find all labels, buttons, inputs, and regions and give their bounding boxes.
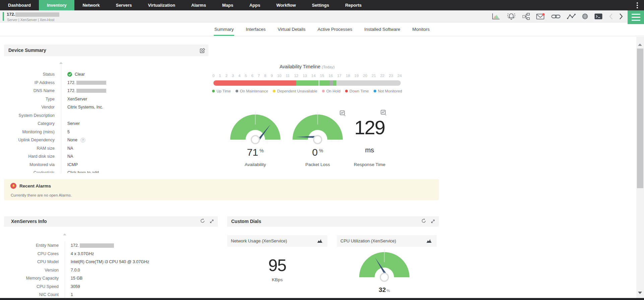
expand-icon[interactable] [210,219,214,225]
nav-item-servers[interactable]: Servers [108,0,140,10]
hour-label: 12 [294,74,299,78]
field-label: Monitoring (mins) [4,130,61,134]
refresh-icon[interactable] [200,218,205,225]
hour-label: 7 [258,74,260,78]
field-label: Type [4,97,61,101]
field-label: Uplink Dependency [4,138,61,142]
redacted-value [80,243,114,248]
chart-icon[interactable] [426,238,432,244]
tab-interfaces[interactable]: Interfaces [246,27,265,36]
link-icon[interactable] [551,14,561,19]
timeline-segment-down [213,80,296,86]
xenservers-info-panel: XenServers Info Entity Name172.CPU Cores… [4,216,218,298]
hour-label: 11 [286,74,290,78]
field-row: DNS Name172. [4,87,208,95]
dial-header: Network Usage (XenService) [227,235,327,247]
hour-label: 14 [311,74,316,78]
device-summary-title: Device Summary [4,45,208,56]
tab-installed-software[interactable]: Installed Software [364,27,400,36]
nav-item-maps[interactable]: Maps [214,0,241,10]
dial-header: CPU Utilization (XenService) [337,235,437,247]
availability-gauge [230,112,280,145]
tab-summary[interactable]: Summary [214,27,234,36]
hour-label: 6 [251,74,253,78]
field-label: Status [4,72,61,77]
field-value: ICMP [61,161,208,169]
device-summary-header: Device Summary [4,45,208,56]
field-value: Server [61,120,208,128]
vertical-scrollbar[interactable] [636,37,644,298]
field-label: Entity Name [4,243,65,248]
nav-item-virtualization[interactable]: Virtualization [140,0,183,10]
field-value: 172. [61,79,208,87]
graph-popup-icon[interactable] [381,110,387,117]
chevron-right-icon[interactable] [619,13,623,20]
scrollbar-thumb[interactable] [637,49,643,188]
recent-alarms-message: Currently there are no open Alarms. [11,193,72,197]
field-row: NIC Count1 [4,291,218,298]
edit-icon[interactable] [200,48,205,55]
nav-item-apps[interactable]: Apps [241,0,268,10]
graph-popup-icon[interactable] [340,110,346,118]
redacted-ip [15,12,59,17]
field-label: DNS Name [4,88,61,93]
device-title: 172. [7,12,59,17]
hour-label: 9 [271,74,273,78]
hour-label: 1 [219,74,221,78]
collapse-arrow-icon[interactable] [59,62,63,64]
nav-item-dashboard[interactable]: Dashboard [0,0,39,10]
nav-item-workflow[interactable]: Workflow [268,0,304,10]
device-breadcrumb: Server | XenServer | Xen-Host [7,18,54,22]
workflow-icon[interactable] [522,13,530,20]
hour-label: 16 [329,74,333,78]
field-label: Vendor [4,105,61,109]
tab-virtual-details[interactable]: Virtual Details [278,27,306,36]
field-value: XenServer [61,95,208,103]
packet-loss-value: 0% [293,147,343,158]
field-label: Version [4,268,65,273]
legend-dot [322,90,325,92]
scroll-up-arrow[interactable] [638,44,642,46]
line-graph-icon[interactable] [567,13,576,19]
menu-icon[interactable] [628,10,644,24]
redacted-value [76,89,106,93]
hour-label: 13 [303,74,307,78]
field-row: RAM sizeNA [4,144,208,153]
nav-item-settings[interactable]: Settings [304,0,337,10]
hour-label: 18 [346,74,350,78]
hour-label: 5 [245,74,247,78]
terminal-icon[interactable] [594,13,602,19]
scroll-down-arrow[interactable] [638,292,642,294]
nav-item-inventory[interactable]: Inventory [39,0,75,10]
legend-dot [345,90,348,92]
field-row: StatusClear [4,70,208,79]
nav-item-reports[interactable]: Reports [337,0,370,10]
legend-dot [212,90,215,92]
help-icon[interactable]: ? [80,138,85,143]
nav-item-alarms[interactable]: Alarms [183,0,214,10]
field-row: TypeXenServer [4,95,208,103]
field-label: Category [4,121,61,126]
expand-icon[interactable] [431,219,435,225]
hour-label: 2 [226,74,228,78]
hour-label: 24 [397,74,402,78]
field-row: CredentialsClick here to add [4,169,208,173]
bottom-bar [0,298,644,300]
refresh-icon[interactable] [421,218,426,225]
tab-active-processes[interactable]: Active Processes [318,27,352,36]
field-row: Monitoring (mins)5 [4,128,208,136]
chart-icon[interactable] [317,238,323,244]
alarm-bell-icon[interactable] [507,12,516,20]
tab-monitors[interactable]: Monitors [412,27,430,36]
mail-icon[interactable] [536,13,545,20]
globe-icon[interactable] [582,13,588,19]
legend-item: Down Time [345,89,369,93]
availability-timeline-bar[interactable] [213,80,401,86]
area-chart-icon[interactable] [492,13,500,20]
collapse-arrow-icon[interactable] [63,233,66,235]
kebab-menu-icon[interactable] [631,0,644,10]
field-value: 4 x 3.07GHz [65,250,218,258]
nav-item-network[interactable]: Network [74,0,108,10]
xenservers-info-body: Entity Name172.CPU Cores4 x 3.07GHzCPU M… [4,227,218,298]
alarm-icon [10,183,16,189]
